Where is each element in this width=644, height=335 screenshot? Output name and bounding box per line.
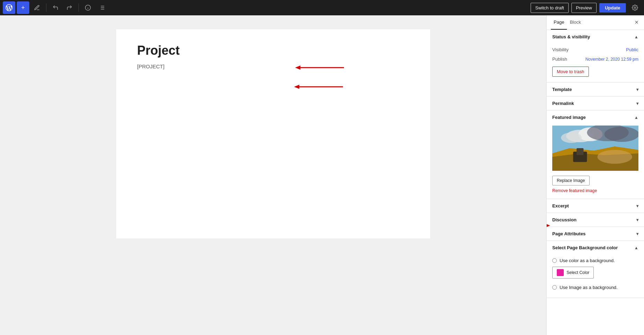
discussion-header[interactable]: Discussion ▾ bbox=[547, 213, 644, 227]
template-chevron: ▾ bbox=[636, 87, 638, 92]
right-panel: Page Block × Status & visibility ▲ Visib… bbox=[546, 15, 644, 335]
excerpt-header[interactable]: Excerpt ▾ bbox=[547, 199, 644, 213]
info-button[interactable] bbox=[82, 1, 94, 14]
use-color-row: Use color as a background. bbox=[552, 256, 638, 265]
featured-image-header[interactable]: Featured image ▲ bbox=[547, 111, 644, 124]
featured-image-body: Replace Image Remove featured image bbox=[547, 124, 644, 199]
svg-point-9 bbox=[634, 7, 636, 9]
remove-featured-image-link[interactable]: Remove featured image bbox=[552, 188, 638, 193]
template-header[interactable]: Template ▾ bbox=[547, 83, 644, 96]
permalink-title: Permalink bbox=[552, 101, 574, 106]
use-image-radio[interactable] bbox=[552, 285, 557, 290]
discussion-section: Discussion ▾ bbox=[547, 213, 644, 227]
excerpt-section: Excerpt ▾ bbox=[547, 199, 644, 213]
permalink-chevron: ▾ bbox=[636, 101, 638, 106]
main-layout: Project [PROJECT] Page Block × Status & … bbox=[0, 15, 644, 335]
bg-color-header[interactable]: Select Page Background color ▲ bbox=[547, 241, 644, 254]
page-attributes-chevron: ▾ bbox=[636, 231, 638, 236]
bg-color-chevron: ▲ bbox=[634, 245, 638, 250]
panel-close-button[interactable]: × bbox=[633, 17, 640, 28]
list-view-button[interactable] bbox=[96, 1, 108, 14]
status-visibility-section: Status & visibility ▲ Visibility Public … bbox=[547, 30, 644, 83]
bg-color-section: Select Page Background color ▲ Use color… bbox=[547, 241, 644, 298]
featured-image-container bbox=[552, 125, 638, 172]
svg-rect-25 bbox=[577, 148, 584, 155]
publish-row: Publish November 2, 2020 12:59 pm bbox=[552, 54, 638, 64]
undo-button[interactable] bbox=[49, 1, 62, 14]
use-color-radio[interactable] bbox=[552, 258, 557, 263]
featured-image-chevron: ▲ bbox=[634, 115, 638, 120]
status-visibility-body: Visibility Public Publish November 2, 20… bbox=[547, 44, 644, 82]
publish-label: Publish bbox=[552, 56, 567, 62]
publish-value[interactable]: November 2, 2020 12:59 pm bbox=[585, 57, 638, 62]
select-color-button[interactable]: Select Color bbox=[552, 267, 594, 279]
page-attributes-title: Page Attributes bbox=[552, 231, 586, 236]
panel-tabs: Page Block × bbox=[547, 15, 644, 30]
switch-to-draft-button[interactable]: Switch to draft bbox=[531, 3, 568, 13]
redo-button[interactable] bbox=[63, 1, 76, 14]
toolbar-left: + bbox=[3, 1, 108, 14]
tools-button[interactable] bbox=[31, 1, 43, 14]
toolbar-right: Switch to draft Preview Update bbox=[531, 1, 641, 14]
toolbar-divider-2 bbox=[78, 3, 79, 12]
visibility-value[interactable]: Public bbox=[626, 47, 638, 52]
featured-image bbox=[552, 125, 638, 171]
template-section: Template ▾ bbox=[547, 83, 644, 97]
wordpress-logo[interactable] bbox=[3, 1, 15, 14]
toolbar: + Switch to draft Preview Update bbox=[0, 0, 644, 15]
discussion-chevron: ▾ bbox=[636, 218, 638, 222]
discussion-title: Discussion bbox=[552, 217, 576, 222]
page-title[interactable]: Project bbox=[137, 43, 409, 58]
editor-content: Project [PROJECT] bbox=[116, 29, 430, 238]
page-attributes-section: Page Attributes ▾ bbox=[547, 227, 644, 241]
excerpt-chevron: ▾ bbox=[636, 204, 638, 208]
status-visibility-title: Status & visibility bbox=[552, 34, 590, 39]
permalink-section: Permalink ▾ bbox=[547, 97, 644, 111]
status-visibility-header[interactable]: Status & visibility ▲ bbox=[547, 30, 644, 44]
excerpt-title: Excerpt bbox=[552, 203, 569, 208]
page-attributes-header[interactable]: Page Attributes ▾ bbox=[547, 227, 644, 241]
tab-block[interactable]: Block bbox=[567, 15, 584, 30]
preview-button[interactable]: Preview bbox=[571, 3, 597, 13]
permalink-header[interactable]: Permalink ▾ bbox=[547, 97, 644, 110]
featured-image-section: Featured image ▲ bbox=[547, 111, 644, 199]
update-button[interactable]: Update bbox=[599, 3, 626, 13]
replace-image-button[interactable]: Replace Image bbox=[552, 176, 590, 185]
visibility-label: Visibility bbox=[552, 47, 569, 52]
toolbar-divider bbox=[46, 3, 46, 12]
editor-area: Project [PROJECT] bbox=[0, 15, 546, 335]
bg-color-body: Use color as a background. Select Color … bbox=[547, 254, 644, 298]
use-color-label[interactable]: Use color as a background. bbox=[560, 258, 615, 263]
settings-button[interactable] bbox=[629, 1, 641, 14]
svg-point-21 bbox=[604, 127, 638, 142]
template-title: Template bbox=[552, 87, 572, 92]
color-swatch bbox=[557, 269, 564, 276]
tab-page[interactable]: Page bbox=[551, 15, 567, 30]
bg-color-title: Select Page Background color bbox=[552, 245, 618, 250]
move-to-trash-button[interactable]: Move to trash bbox=[552, 67, 589, 77]
use-image-row: Use Image as a background. bbox=[552, 283, 638, 292]
page-subtitle[interactable]: [PROJECT] bbox=[137, 63, 409, 69]
status-visibility-chevron: ▲ bbox=[634, 35, 638, 39]
add-block-button[interactable]: + bbox=[17, 1, 29, 14]
use-image-label[interactable]: Use Image as a background. bbox=[560, 285, 617, 290]
featured-image-title: Featured image bbox=[552, 115, 586, 120]
visibility-row: Visibility Public bbox=[552, 45, 638, 54]
select-color-label: Select Color bbox=[567, 270, 589, 275]
svg-point-19 bbox=[561, 132, 582, 143]
svg-point-26 bbox=[597, 150, 632, 164]
